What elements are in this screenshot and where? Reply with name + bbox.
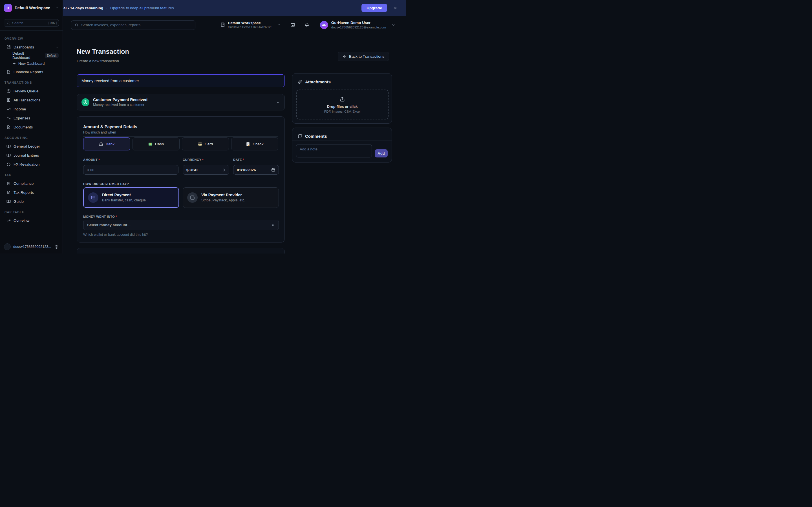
payment-question-label: HOW DID CUSTOMER PAY? xyxy=(83,182,129,186)
amount-payment-details-card: Amount & Payment Details How much and wh… xyxy=(77,116,285,242)
sidebar-nav: OVERVIEW Dashboards Default Dashboard De… xyxy=(0,31,63,240)
money-account-select[interactable]: Select money account... xyxy=(83,220,279,230)
sidebar: D Default Workspace ⌘K OVERVIEW Dashboar… xyxy=(0,0,63,253)
upload-icon xyxy=(339,96,345,102)
attachments-title: Attachments xyxy=(305,79,331,84)
currency-select[interactable]: $ USD xyxy=(183,165,229,175)
payment-method-cash[interactable]: Cash xyxy=(133,137,180,151)
bell-icon[interactable] xyxy=(305,22,309,27)
page-subtitle: Create a new transaction xyxy=(77,59,119,63)
book-open-icon xyxy=(6,153,11,158)
file-text-icon xyxy=(6,125,11,129)
cash-emoji-icon xyxy=(148,142,153,146)
sidebar-item-financial-reports[interactable]: Financial Reports xyxy=(0,67,63,76)
file-text-icon xyxy=(6,70,11,74)
circle-arrow-down-icon xyxy=(82,98,89,106)
required-asterisk: * xyxy=(98,158,100,161)
sidebar-item-overview[interactable]: Overview xyxy=(0,216,63,225)
chevrons-up-down-icon xyxy=(222,168,225,172)
transaction-description-input[interactable] xyxy=(77,74,285,87)
back-to-transactions-button[interactable]: Back to Transactions xyxy=(338,52,389,61)
date-field[interactable]: 01/16/2026 xyxy=(233,165,279,175)
amount-field[interactable] xyxy=(83,165,179,175)
upgrade-link[interactable]: Upgrade to keep all premium features xyxy=(110,6,174,10)
trial-message: al • 14 days remaining xyxy=(63,6,103,10)
file-text-icon xyxy=(6,190,11,194)
account-helper-text: Which wallet or bank account did this hi… xyxy=(83,233,148,237)
sidebar-item-expenses[interactable]: Expenses xyxy=(0,114,63,122)
card-subtitle: How much and when xyxy=(83,130,116,134)
wallet-icon xyxy=(187,192,198,203)
workspace-switcher[interactable]: D Default Workspace xyxy=(0,0,63,16)
sidebar-item-documents[interactable]: Documents xyxy=(0,122,63,131)
sidebar-item-tax-reports[interactable]: Tax Reports xyxy=(0,188,63,197)
sidebar-item-journal-entries[interactable]: Journal Entries xyxy=(0,151,63,160)
header-workspace-subtitle: OurHaven Demo 1768562092123 xyxy=(228,25,272,29)
user-email: docs+1768562092123@example.com xyxy=(331,25,386,30)
user-menu[interactable]: OD OurHaven Demo User docs+1768562092123… xyxy=(320,20,395,29)
search-icon xyxy=(75,23,79,27)
sun-icon[interactable] xyxy=(54,245,59,249)
sidebar-item-compliance[interactable]: Compliance xyxy=(0,179,63,188)
trending-down-icon xyxy=(6,116,11,120)
sidebar-item-income[interactable]: Income xyxy=(0,105,63,114)
payment-method-card[interactable]: Card xyxy=(182,137,229,151)
sidebar-item-general-ledger[interactable]: General Ledger xyxy=(0,142,63,151)
sidebar-item-default-dashboard[interactable]: Default Dashboard Default xyxy=(0,52,63,59)
payment-provider-option[interactable]: Via Payment Provider Stripe, Paystack, A… xyxy=(183,187,279,208)
book-open-icon xyxy=(6,200,11,204)
note-textarea[interactable] xyxy=(296,144,372,158)
money-went-into-label: MONEY WENT INTO* xyxy=(83,215,117,218)
bank-emoji-icon xyxy=(99,142,103,146)
book-open-icon xyxy=(6,144,11,149)
direct-payment-option[interactable]: Direct Payment Bank transfer, cash, cheq… xyxy=(83,187,179,208)
amount-input[interactable] xyxy=(87,168,175,172)
sidebar-item-dashboards[interactable]: Dashboards xyxy=(0,43,63,52)
sidebar-footer: docs+1768562092123... xyxy=(0,240,63,253)
chevron-down-icon xyxy=(392,23,395,27)
calculator-icon xyxy=(6,181,11,186)
add-comment-button[interactable]: Add xyxy=(375,149,388,158)
section-label-accounting: ACCOUNTING xyxy=(4,136,58,139)
workspace-avatar: D xyxy=(4,4,12,12)
inbox-icon[interactable] xyxy=(290,22,295,27)
sidebar-item-fx-revaluation[interactable]: FX Revaluation xyxy=(0,160,63,169)
file-dropzone[interactable]: Drop files or click PDF, images, CSV, Ex… xyxy=(296,90,389,119)
credit-card-icon xyxy=(88,192,98,203)
upgrade-button[interactable]: Upgrade xyxy=(361,4,387,12)
trending-up-icon xyxy=(6,107,11,111)
transaction-type-selector[interactable]: Customer Payment Received Money received… xyxy=(77,94,285,110)
sidebar-item-all-transactions[interactable]: All Transactions xyxy=(0,96,63,105)
close-icon[interactable] xyxy=(393,6,398,10)
page-title: New Transaction xyxy=(77,48,129,55)
payment-method-bank[interactable]: Bank xyxy=(83,137,130,151)
required-asterisk: * xyxy=(202,158,204,161)
sidebar-search[interactable]: ⌘K xyxy=(4,19,59,27)
sidebar-search-input[interactable] xyxy=(12,21,47,25)
sidebar-item-new-dashboard[interactable]: New Dashboard xyxy=(0,59,63,67)
chevron-down-icon xyxy=(277,23,281,26)
calendar-icon xyxy=(271,168,275,172)
section-label-tax: TAX xyxy=(4,173,58,177)
section-label-overview: OVERVIEW xyxy=(4,37,58,40)
check-emoji-icon xyxy=(246,142,250,146)
divider xyxy=(292,87,392,87)
global-search-input[interactable] xyxy=(81,23,192,27)
footer-username: docs+1768562092123... xyxy=(13,245,52,249)
card-title: Amount & Payment Details xyxy=(83,124,137,129)
global-search[interactable] xyxy=(71,20,195,30)
sidebar-item-review-queue[interactable]: Review Queue xyxy=(0,87,63,96)
payment-method-check[interactable]: Check xyxy=(231,137,278,151)
avatar: OD xyxy=(320,21,328,29)
amount-label: AMOUNT* xyxy=(83,158,100,161)
grid-icon xyxy=(6,45,11,49)
workspace-name: Default Workspace xyxy=(15,6,52,10)
header-workspace-selector[interactable]: Default Workspace OurHaven Demo 17685620… xyxy=(220,21,281,29)
top-header: Default Workspace OurHaven Demo 17685620… xyxy=(63,16,406,34)
sidebar-item-guide[interactable]: Guide xyxy=(0,197,63,206)
divider xyxy=(292,140,392,141)
chevrons-up-down-icon xyxy=(271,223,275,227)
required-asterisk: * xyxy=(243,158,244,161)
default-badge: Default xyxy=(45,53,59,58)
building-icon xyxy=(220,22,225,27)
